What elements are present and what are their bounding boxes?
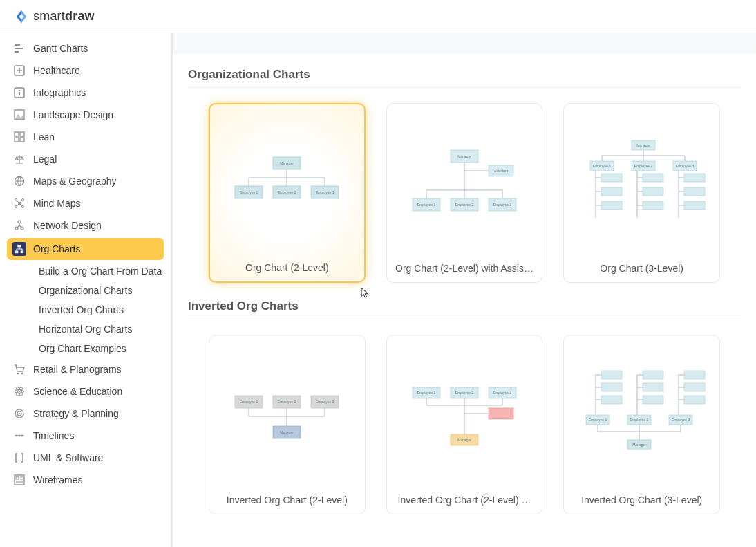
svg-text:Employee 1: Employee 1: [417, 203, 436, 207]
svg-point-5: [19, 90, 20, 91]
sidebar-item-label: Timelines: [33, 430, 74, 441]
template-grid: Employee 1 Employee 2 Employee 3 Manager…: [188, 335, 741, 514]
sidebar-item-maps-geography[interactable]: Maps & Geography: [0, 170, 171, 192]
svg-text:Employee 2: Employee 2: [278, 400, 296, 404]
sidebar-item-label: Retail & Planograms: [33, 364, 122, 375]
section-organizational-charts: Organizational Charts Manager Employee 1…: [173, 68, 756, 299]
sidebar-item-infographics[interactable]: Infographics: [0, 82, 171, 104]
svg-rect-90: [601, 371, 622, 379]
svg-point-18: [18, 221, 21, 223]
sidebar-sub-organizational-charts[interactable]: Organizational Charts: [0, 281, 171, 300]
sidebar-item-label: Mind Maps: [33, 198, 80, 209]
template-caption: Inverted Org Chart (2-Level) …: [398, 488, 531, 506]
svg-text:Manager: Manager: [632, 443, 646, 447]
wireframe-icon: [12, 473, 26, 487]
brand-logo[interactable]: smartdraw: [14, 9, 95, 24]
template-thumb: Employee 1 Employee 2 Employee 3 Manager: [394, 345, 536, 488]
sidebar-item-org-charts[interactable]: Org Charts: [7, 238, 164, 260]
svg-text:Manager: Manager: [457, 438, 471, 442]
target-icon: [12, 407, 26, 420]
svg-text:Assistant: Assistant: [494, 169, 509, 173]
svg-text:Manager: Manager: [457, 154, 471, 158]
svg-rect-23: [21, 251, 23, 254]
main-content: Organizational Charts Manager Employee 1…: [173, 33, 756, 547]
svg-rect-64: [601, 174, 622, 182]
template-card-inv-org-3-level[interactable]: Employee 1 Employee 2 Employee 3 Manager…: [563, 335, 720, 514]
template-caption: Org Chart (3-Level): [600, 256, 683, 274]
template-card-inv-org-2-level[interactable]: Employee 1 Employee 2 Employee 3 Manager…: [209, 335, 366, 514]
sidebar-item-retail-planograms[interactable]: Retail & Planograms: [0, 358, 171, 380]
landscape-icon: [12, 108, 26, 122]
template-card-org-2-level-assist[interactable]: Manager Assistant Employee 1 Employee 2 …: [386, 103, 543, 283]
sidebar-item-strategy-planning[interactable]: Strategy & Planning: [0, 402, 171, 425]
svg-point-34: [19, 435, 21, 437]
template-grid: Manager Employee 1 Employee 2 Employee 3…: [188, 103, 741, 283]
brand-text: smartdraw: [33, 9, 95, 24]
sidebar-item-science-education[interactable]: Science & Education: [0, 380, 171, 402]
sidebar-item-label: Maps & Geography: [33, 176, 117, 187]
svg-text:Employee 3: Employee 3: [675, 164, 694, 168]
svg-rect-94: [643, 383, 663, 391]
svg-rect-91: [601, 383, 622, 391]
sidebar-item-wireframes[interactable]: Wireframes: [0, 469, 171, 491]
template-card-org-2-level[interactable]: Manager Employee 1 Employee 2 Employee 3…: [209, 103, 366, 283]
svg-rect-9: [20, 132, 24, 136]
svg-rect-21: [17, 245, 21, 248]
svg-text:Employee 3: Employee 3: [671, 418, 690, 422]
svg-rect-37: [16, 476, 19, 479]
sidebar-item-label: Network Design: [33, 220, 102, 231]
svg-rect-95: [643, 396, 663, 404]
sidebar-item-landscape-design[interactable]: Landscape Design: [0, 104, 171, 126]
mind-icon: [12, 196, 26, 210]
app-header: smartdraw: [0, 0, 756, 33]
svg-text:Manager: Manager: [280, 161, 294, 165]
sidebar-item-uml-software[interactable]: UML & Software: [0, 447, 171, 469]
template-card-inv-org-2-level-assist[interactable]: Employee 1 Employee 2 Employee 3 Manager…: [386, 335, 543, 514]
svg-rect-67: [643, 174, 663, 182]
svg-rect-72: [684, 201, 705, 210]
section-inverted-org-charts: Inverted Org Charts Employee 1 Employee …: [173, 299, 756, 531]
sidebar-item-label: Strategy & Planning: [33, 408, 119, 419]
sidebar-item-mind-maps[interactable]: Mind Maps: [0, 192, 171, 214]
sidebar-sub-org-chart-examples[interactable]: Org Chart Examples: [0, 339, 171, 358]
sidebar-item-healthcare[interactable]: Healthcare: [0, 59, 171, 82]
gantt-icon: [12, 41, 26, 55]
svg-text:Employee 1: Employee 1: [240, 400, 258, 404]
section-title: Inverted Org Charts: [188, 299, 741, 319]
svg-point-24: [17, 373, 19, 374]
sidebar-sub-build-from-data[interactable]: Build a Org Chart From Data: [0, 261, 171, 281]
org-icon: [12, 242, 26, 256]
sidebar-sub-horizontal-org-charts[interactable]: Horizontal Org Charts: [0, 319, 171, 339]
sidebar-sub-inverted-org-charts[interactable]: Inverted Org Charts: [0, 300, 171, 319]
svg-rect-68: [643, 187, 663, 196]
svg-text:Employee 3: Employee 3: [493, 203, 512, 207]
svg-text:Employee 1: Employee 1: [592, 164, 611, 168]
section-title: Organizational Charts: [188, 68, 741, 88]
sidebar-item-lean[interactable]: Lean: [0, 126, 171, 148]
sidebar: Gantt Charts Healthcare Infographics Lan…: [0, 33, 173, 547]
svg-text:Employee 3: Employee 3: [493, 391, 512, 395]
template-thumb: Employee 1 Employee 2 Employee 3 Manager: [216, 345, 358, 488]
svg-rect-2: [15, 51, 19, 53]
sidebar-item-timelines[interactable]: Timelines: [0, 425, 171, 447]
sidebar-item-legal[interactable]: Legal: [0, 148, 171, 170]
globe-icon: [12, 174, 26, 188]
atom-icon: [12, 384, 26, 398]
svg-text:Employee 1: Employee 1: [588, 418, 607, 422]
svg-text:Manager: Manager: [280, 430, 294, 434]
template-thumb: Manager Assistant Employee 1 Employee 2 …: [394, 113, 536, 256]
sidebar-item-gantt-charts[interactable]: Gantt Charts: [0, 37, 171, 59]
sidebar-item-label: Org Charts: [33, 243, 80, 254]
svg-rect-97: [684, 383, 705, 391]
template-card-org-3-level[interactable]: Manager Employee 1 Employee 2 Employee 3…: [563, 103, 720, 283]
grid-icon: [12, 130, 26, 144]
svg-point-25: [21, 373, 23, 374]
svg-rect-65: [601, 187, 622, 196]
svg-text:Employee 2: Employee 2: [278, 190, 296, 194]
network-icon: [12, 219, 26, 232]
template-caption: Org Chart (2-Level): [245, 255, 329, 273]
svg-rect-87: [489, 408, 513, 419]
cart-icon: [12, 362, 26, 376]
timeline-icon: [12, 429, 26, 443]
sidebar-item-network-design[interactable]: Network Design: [0, 214, 171, 237]
